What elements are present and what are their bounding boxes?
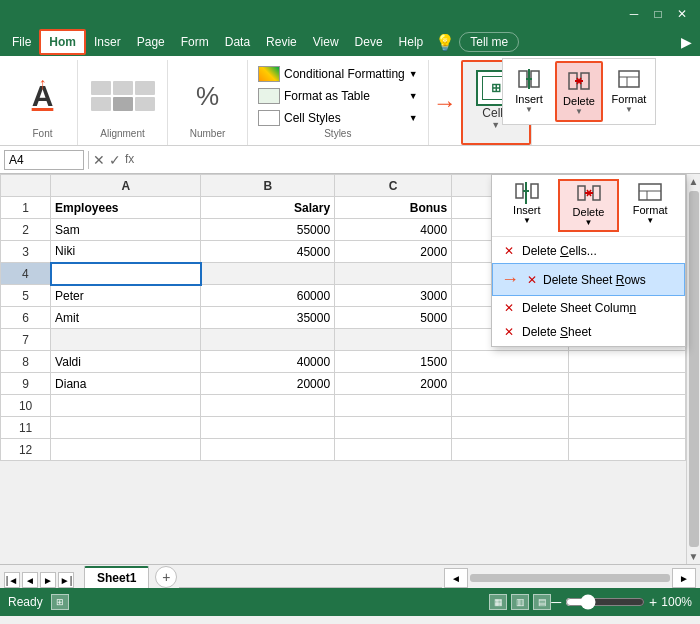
insert-mini-btn[interactable]: Insert ▼ (496, 179, 558, 232)
cell-styles-btn[interactable]: Cell Styles ▼ (254, 108, 422, 128)
zoom-minus-icon[interactable]: ─ (551, 594, 561, 610)
delete-sheet-rows-item[interactable]: → ✕ Delete Sheet Rows (492, 263, 685, 296)
cell-e12[interactable] (569, 439, 686, 461)
cell-e10[interactable] (569, 395, 686, 417)
cell-c5[interactable]: 3000 (335, 285, 452, 307)
cell-d11[interactable] (452, 417, 569, 439)
cell-b2[interactable]: 55000 (201, 219, 335, 241)
cell-b12[interactable] (201, 439, 335, 461)
cell-b9[interactable]: 20000 (201, 373, 335, 395)
scroll-down-button[interactable]: ▼ (687, 549, 700, 564)
conditional-formatting-btn[interactable]: Conditional Formatting ▼ (254, 64, 422, 84)
cell-c10[interactable] (335, 395, 452, 417)
cell-b1[interactable]: Salary (201, 197, 335, 219)
sheet-tab-sheet1[interactable]: Sheet1 (84, 566, 149, 588)
status-icon-grid[interactable]: ▦ (489, 594, 507, 610)
cell-b8[interactable]: 40000 (201, 351, 335, 373)
sheet-prev-btn[interactable]: ◄ (22, 572, 38, 588)
menu-item-review[interactable]: Revie (258, 31, 305, 53)
sheet-next-btn[interactable]: ► (40, 572, 56, 588)
cell-d10[interactable] (452, 395, 569, 417)
menu-item-data[interactable]: Data (217, 31, 258, 53)
close-button[interactable]: ✕ (672, 4, 692, 24)
tab-scroll-left[interactable]: ◄ (444, 568, 468, 588)
delete-mini-btn[interactable]: Delete ▼ (558, 179, 620, 232)
delete-cells-item[interactable]: ✕ Delete Cells... (492, 239, 685, 263)
cell-c3[interactable]: 2000 (335, 241, 452, 263)
cell-a6[interactable]: Amit (51, 307, 201, 329)
menu-item-file[interactable]: File (4, 31, 39, 53)
cell-a9[interactable]: Diana (51, 373, 201, 395)
delete-sheet-columns-item[interactable]: ✕ Delete Sheet Column (492, 296, 685, 320)
delete-tool-button[interactable]: Delete ▼ (555, 61, 603, 122)
cell-c2[interactable]: 4000 (335, 219, 452, 241)
insert-tool-button[interactable]: Insert ▼ (505, 61, 553, 118)
sheet-last-btn[interactable]: ►| (58, 572, 74, 588)
tell-me-box[interactable]: Tell me (459, 32, 519, 52)
cell-c8[interactable]: 1500 (335, 351, 452, 373)
cell-b4[interactable] (201, 263, 335, 285)
cell-c12[interactable] (335, 439, 452, 461)
col-header-a[interactable]: A (51, 175, 201, 197)
menu-item-home[interactable]: Hom (39, 29, 86, 55)
status-icon-layout[interactable]: ▥ (511, 594, 529, 610)
minimize-button[interactable]: ─ (624, 4, 644, 24)
status-icon-page[interactable]: ▤ (533, 594, 551, 610)
menu-item-page[interactable]: Page (129, 31, 173, 53)
cell-b11[interactable] (201, 417, 335, 439)
cell-c11[interactable] (335, 417, 452, 439)
cell-a4[interactable] (51, 263, 201, 285)
cell-a8[interactable]: Valdi (51, 351, 201, 373)
cell-a12[interactable] (51, 439, 201, 461)
col-header-c[interactable]: C (335, 175, 452, 197)
menu-item-insert[interactable]: Inser (86, 31, 129, 53)
cell-e9[interactable] (569, 373, 686, 395)
add-sheet-button[interactable]: + (155, 566, 177, 588)
cancel-formula-icon[interactable]: ✕ (93, 152, 105, 168)
cell-c7[interactable] (335, 329, 452, 351)
cell-c6[interactable]: 5000 (335, 307, 452, 329)
cell-a5[interactable]: Peter (51, 285, 201, 307)
cell-a11[interactable] (51, 417, 201, 439)
cell-a2[interactable]: Sam (51, 219, 201, 241)
cell-d8[interactable] (452, 351, 569, 373)
menu-item-formulas[interactable]: Form (173, 31, 217, 53)
cell-e11[interactable] (569, 417, 686, 439)
cell-a7[interactable] (51, 329, 201, 351)
zoom-plus-icon[interactable]: + (649, 594, 657, 610)
cell-a3[interactable]: Niki (51, 241, 201, 263)
cell-a1[interactable]: Employees (51, 197, 201, 219)
format-tool-button[interactable]: Format ▼ (605, 61, 653, 118)
cell-b3[interactable]: 45000 (201, 241, 335, 263)
menu-item-developer[interactable]: Deve (347, 31, 391, 53)
delete-sheet-item[interactable]: ✕ Delete Sheet (492, 320, 685, 344)
status-icon-table[interactable]: ⊞ (51, 594, 69, 610)
confirm-formula-icon[interactable]: ✓ (109, 152, 121, 168)
cell-a10[interactable] (51, 395, 201, 417)
zoom-slider[interactable] (565, 594, 645, 610)
cell-b7[interactable] (201, 329, 335, 351)
menu-item-help[interactable]: Help (391, 31, 432, 53)
menu-item-view[interactable]: View (305, 31, 347, 53)
cell-b5[interactable]: 60000 (201, 285, 335, 307)
cell-c9[interactable]: 2000 (335, 373, 452, 395)
cell-c4[interactable] (335, 263, 452, 285)
sheet-first-btn[interactable]: |◄ (4, 572, 20, 588)
scroll-thumb[interactable] (689, 191, 699, 547)
format-as-table-btn[interactable]: Format as Table ▼ (254, 86, 422, 106)
insert-function-icon[interactable]: fx (125, 152, 134, 168)
cell-b10[interactable] (201, 395, 335, 417)
tab-scroll-right[interactable]: ► (672, 568, 696, 588)
cell-e8[interactable] (569, 351, 686, 373)
cell-d9[interactable] (452, 373, 569, 395)
formula-input[interactable] (138, 151, 696, 169)
name-box[interactable] (4, 150, 84, 170)
format-mini-btn[interactable]: Format ▼ (619, 179, 681, 232)
col-header-b[interactable]: B (201, 175, 335, 197)
cell-b6[interactable]: 35000 (201, 307, 335, 329)
horizontal-scroll-thumb[interactable] (470, 574, 670, 582)
cell-d12[interactable] (452, 439, 569, 461)
vertical-scrollbar[interactable]: ▲ ▼ (686, 174, 700, 564)
maximize-button[interactable]: □ (648, 4, 668, 24)
scroll-up-button[interactable]: ▲ (687, 174, 700, 189)
